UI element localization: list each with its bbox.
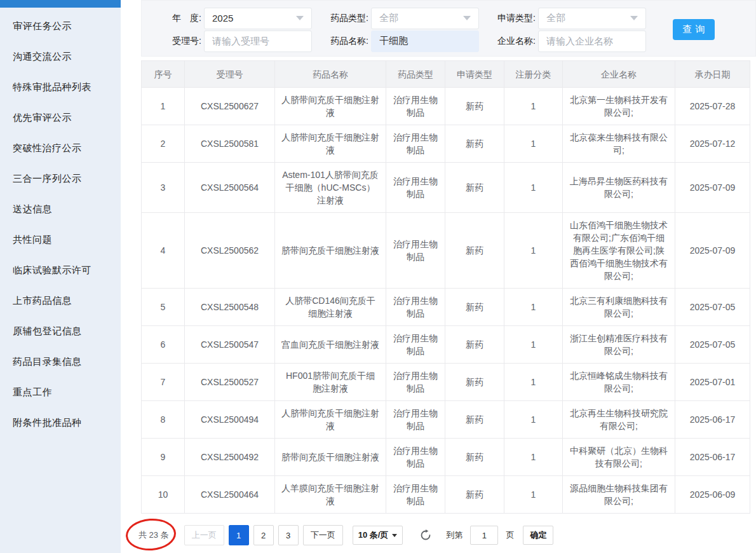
cell-company: 北京第一生物科技开发有限公司; — [563, 88, 675, 125]
sidebar-item[interactable]: 审评任务公示 — [0, 11, 121, 41]
cell-company: 山东佰鸿干细胞生物技术有限公司;广东佰鸿干细胞再生医学有限公司;陕西佰鸿干细胞生… — [563, 213, 675, 289]
company-label: 企业名称: — [487, 36, 536, 47]
total-count: 共 23 条 — [138, 529, 169, 541]
cell-drug-type: 治疗用生物制品 — [386, 476, 445, 514]
table-row: 10 CXSL2500464 人羊膜间充质干细胞注射液 治疗用生物制品 新药 1… — [142, 476, 750, 514]
cell-apply-type: 新药 — [445, 289, 504, 326]
sidebar-active-indicator[interactable] — [0, 0, 121, 8]
cell-date: 2025-06-17 — [675, 401, 750, 439]
sidebar-item[interactable]: 特殊审批品种列表 — [0, 72, 121, 102]
cell-company: 北京恒峰铭成生物科技有限公司; — [563, 364, 675, 401]
cell-seq: 3 — [142, 163, 185, 213]
company-input[interactable] — [538, 31, 646, 52]
cell-acceptance-no: CXSL2500581 — [185, 125, 275, 163]
confirm-button[interactable]: 确定 — [523, 526, 553, 545]
table-row: 9 CXSL2500492 脐带间充质干细胞注射液 治疗用生物制品 新药 1 中… — [142, 439, 750, 476]
sidebar-item[interactable]: 重点工作 — [0, 377, 121, 407]
apply-type-select-value: 全部 — [546, 12, 565, 24]
cell-drug-name: 脐带间充质干细胞注射液 — [275, 213, 386, 289]
drug-name-label: 药品名称: — [317, 36, 368, 47]
sidebar-item[interactable]: 送达信息 — [0, 194, 121, 224]
sidebar-item[interactable]: 临床试验默示许可 — [0, 255, 121, 285]
cell-drug-type: 治疗用生物制品 — [386, 163, 445, 213]
cell-drug-type: 治疗用生物制品 — [386, 326, 445, 364]
apply-type-label: 申请类型: — [487, 13, 536, 24]
cell-acceptance-no: CXSL2500548 — [185, 289, 275, 326]
page-number-button[interactable]: 3 — [278, 525, 299, 545]
chevron-down-icon — [296, 16, 304, 20]
filter-row-1: 年 度: 2025 药品类型: 全部 申请类型: 全部 — [162, 7, 755, 29]
apply-type-select[interactable]: 全部 — [538, 8, 646, 29]
cell-acceptance-no: CXSL2500492 — [185, 439, 275, 476]
filter-panel: 年 度: 2025 药品类型: 全部 申请类型: 全部 受理号: 药品名称: 企… — [141, 0, 756, 57]
cell-reg-class: 1 — [504, 289, 563, 326]
cell-acceptance-no: CXSL2500547 — [185, 326, 275, 364]
cell-drug-name: 人脐带间充质干细胞注射液 — [275, 88, 386, 125]
sidebar-item[interactable]: 三合一序列公示 — [0, 163, 121, 194]
sidebar-item[interactable]: 突破性治疗公示 — [0, 133, 121, 163]
sidebar-item[interactable]: 共性问题 — [0, 224, 121, 255]
year-select[interactable]: 2025 — [204, 8, 312, 29]
cell-acceptance-no: CXSL2500562 — [185, 213, 275, 289]
cell-drug-type: 治疗用生物制品 — [386, 213, 445, 289]
page-size-select[interactable]: 10 条/页 — [353, 526, 403, 545]
cell-drug-name: 人脐带CD146间充质干细胞注射液 — [275, 289, 386, 326]
cell-reg-class: 1 — [504, 476, 563, 514]
cell-reg-class: 1 — [504, 213, 563, 289]
refresh-icon[interactable] — [419, 529, 432, 542]
cell-date: 2025-07-09 — [675, 163, 750, 213]
sidebar-item[interactable]: 原辅包登记信息 — [0, 316, 121, 346]
sidebar-item-label: 突破性治疗公示 — [13, 142, 82, 154]
cell-seq: 7 — [142, 364, 185, 401]
app-root: 审评任务公示 沟通交流公示 特殊审批品种列表 优先审评公示 突破性治疗公示 — [0, 0, 756, 553]
cell-seq: 9 — [142, 439, 185, 476]
sidebar-item-label: 重点工作 — [13, 386, 52, 399]
search-button[interactable]: 查询 — [673, 19, 715, 40]
sidebar-item[interactable]: 优先审评公示 — [0, 102, 121, 133]
sidebar-item[interactable]: 沟通交流公示 — [0, 41, 121, 72]
cell-company: 北京三有利康细胞科技有限公司; — [563, 289, 675, 326]
next-page-button[interactable]: 下一页 — [303, 525, 343, 545]
table-row: 1 CXSL2500627 人脐带间充质干细胞注射液 治疗用生物制品 新药 1 … — [142, 88, 750, 125]
pagination: 共 23 条 上一页 1 2 3 下一页 10 条/页 到第 页 确定 — [138, 524, 751, 547]
sidebar-item-label: 药品目录集信息 — [13, 356, 82, 368]
jump-page-input[interactable] — [470, 526, 498, 545]
sidebar-item-label: 特殊审批品种列表 — [13, 81, 91, 93]
column-header-apply-type: 申请类型 — [445, 61, 504, 88]
cell-drug-type: 治疗用生物制品 — [386, 88, 445, 125]
sidebar-item[interactable]: 药品目录集信息 — [0, 346, 121, 377]
page-number-button[interactable]: 1 — [229, 525, 249, 545]
drug-name-input[interactable] — [371, 31, 479, 52]
page-number-button[interactable]: 2 — [253, 525, 274, 545]
cell-drug-type: 治疗用生物制品 — [386, 125, 445, 163]
sidebar-item-label: 沟通交流公示 — [13, 51, 72, 63]
cell-company: 中科聚研（北京）生物科技有限公司; — [563, 439, 675, 476]
cell-date: 2025-07-05 — [675, 326, 750, 364]
year-select-value: 2025 — [212, 13, 233, 24]
sidebar-item[interactable]: 上市药品信息 — [0, 285, 121, 316]
prev-page-button[interactable]: 上一页 — [184, 525, 224, 545]
column-header-drug-name: 药品名称 — [275, 61, 386, 88]
cell-apply-type: 新药 — [445, 476, 504, 514]
cell-seq: 1 — [142, 88, 185, 125]
sidebar-item-label: 临床试验默示许可 — [13, 264, 91, 276]
drug-type-select[interactable]: 全部 — [371, 8, 479, 29]
sidebar-item[interactable]: 附条件批准品种 — [0, 407, 121, 438]
page-suffix-label: 页 — [506, 529, 514, 541]
table-row: 5 CXSL2500548 人脐带CD146间充质干细胞注射液 治疗用生物制品 … — [142, 289, 750, 326]
cell-reg-class: 1 — [504, 439, 563, 476]
sidebar-item-label: 上市药品信息 — [13, 295, 72, 307]
table-row: 3 CXSL2500564 Astem-101人脐带间充质干细胞（hUC-MSC… — [142, 163, 750, 213]
table-header-row: 序号 受理号 药品名称 药品类型 申请类型 注册分类 企业名称 承办日期 — [142, 61, 750, 88]
table-row: 6 CXSL2500547 宫血间充质干细胞注射液 治疗用生物制品 新药 1 浙… — [142, 326, 750, 364]
jump-to-label: 到第 — [446, 529, 462, 541]
cell-company: 浙江生创精准医疗科技有限公司; — [563, 326, 675, 364]
cell-drug-type: 治疗用生物制品 — [386, 364, 445, 401]
acceptance-no-label: 受理号: — [162, 36, 201, 47]
sidebar-item-label: 优先审评公示 — [13, 112, 72, 124]
cell-seq: 6 — [142, 326, 185, 364]
sidebar-item-label: 附条件批准品种 — [13, 417, 82, 429]
cell-acceptance-no: CXSL2500464 — [185, 476, 275, 514]
acceptance-no-input[interactable] — [204, 31, 312, 52]
cell-reg-class: 1 — [504, 326, 563, 364]
